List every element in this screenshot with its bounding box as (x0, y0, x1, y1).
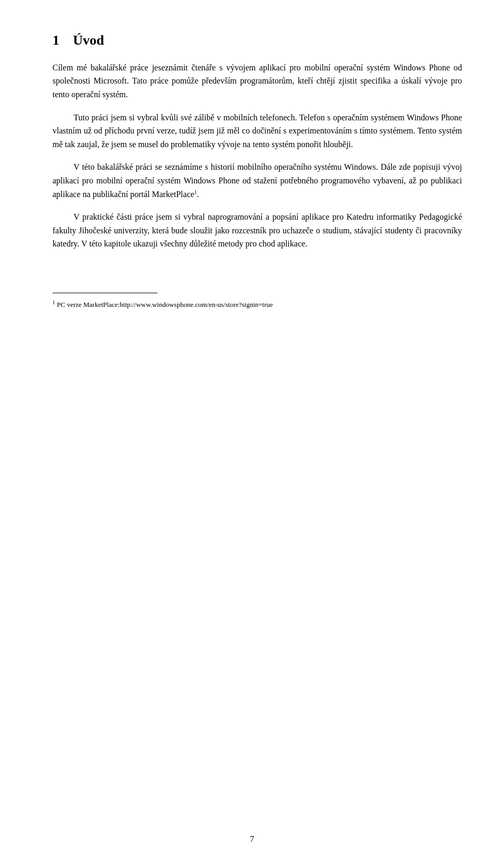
footnote-divider (52, 293, 158, 293)
paragraph-1: Cílem mé bakalářské práce jeseznámit čte… (52, 61, 462, 101)
page-number: 7 (250, 835, 254, 844)
paragraph-4: V praktické části práce jsem si vybral n… (52, 210, 462, 251)
footnote-number: 1 (52, 300, 55, 305)
paragraph-3: V této bakalářské práci se seznámíme s h… (52, 160, 462, 201)
footnote-ref-1: 1 (194, 189, 197, 194)
chapter-heading-space (63, 33, 70, 48)
footnote-text: PC verze MarketPlace:http://www.windowsp… (57, 301, 273, 308)
chapter-title: Úvod (73, 33, 104, 48)
page: 1 Úvod Cílem mé bakalářské práce jesezná… (0, 0, 504, 865)
footnote: 1 PC verze MarketPlace:http://www.window… (52, 298, 462, 310)
chapter-number: 1 (52, 33, 59, 48)
chapter-heading: 1 Úvod (52, 32, 462, 49)
paragraph-2: Tuto práci jsem si vybral kvůli své záli… (52, 111, 462, 151)
